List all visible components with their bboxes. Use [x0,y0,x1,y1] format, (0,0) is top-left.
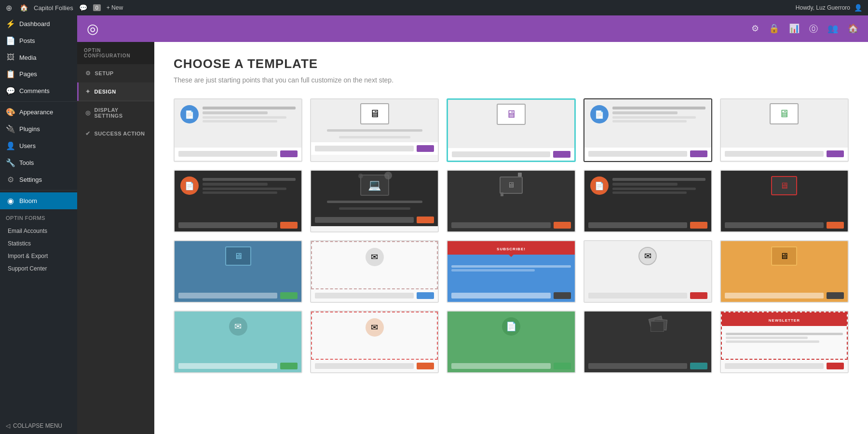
site-icon: 🏠 [20,4,28,12]
template-card-12[interactable]: ✉ [310,240,439,303]
design-nav-icon: ✦ [85,88,91,95]
plugin-nav-success-action[interactable]: ✔ SUCCESS ACTION [77,124,154,143]
success-action-nav-label: SUCCESS ACTION [95,131,145,136]
template-card-19[interactable] [583,311,712,373]
template-card-4[interactable]: 📄 [583,98,712,162]
sidebar-item-tools[interactable]: 🔧 Tools [0,154,77,171]
tcard-footer-15 [721,289,848,302]
tools-icon: 🔧 [6,158,15,167]
template-grid: 📄 [174,98,849,373]
plugin-nav-design[interactable]: ✦ DESIGN [77,82,154,101]
plugin-header: ◎ ⚙ 🔒 📊 ⓪ 👥 🏠 [77,15,868,42]
sidebar-label-appearance: Appearance [19,108,53,116]
cta-btn-5 [827,150,844,157]
appearance-icon: 🎨 [6,108,15,117]
sidebar-label-plugins: Plugins [19,125,40,133]
cta-btn-14 [690,292,707,299]
tcard-footer-11 [175,289,301,302]
cta-btn-9 [690,222,707,229]
bloom-email-accounts[interactable]: Email Accounts [0,225,77,237]
sidebar-item-media[interactable]: 🖼 Media [0,49,77,66]
sidebar-item-bloom[interactable]: ◉ Bloom [0,192,77,209]
template-card-15[interactable]: 🖥 [720,240,849,303]
user-avatar[interactable]: 👤 [854,4,862,12]
sidebar-label-tools: Tools [19,159,34,166]
plugins-icon: 🔌 [6,124,15,134]
template-card-10[interactable]: 🖥 [720,170,849,232]
template-card-11[interactable]: 🖥 [174,240,302,303]
header-home-icon[interactable]: 🏠 [848,23,858,35]
bloom-statistics[interactable]: Statistics [0,237,77,250]
sidebar-item-appearance[interactable]: 🎨 Appearance [0,104,77,121]
tcard-footer-12 [311,289,438,302]
sidebar-item-users[interactable]: 👤 Users [0,137,77,154]
template-card-5[interactable]: 🖥 [720,98,849,162]
users-icon: 👤 [6,141,15,150]
sidebar-label-settings: Settings [19,176,42,183]
sidebar-item-plugins[interactable]: 🔌 Plugins [0,121,77,137]
collapse-icon: ◁ [6,422,10,429]
tcard-footer-13 [448,289,574,302]
template-card-20[interactable]: NEWSLETTER [720,311,849,373]
header-lock-icon[interactable]: 🔒 [769,23,779,35]
cta-btn-1 [280,150,298,157]
template-card-16[interactable]: ✉ [174,311,302,373]
pages-icon: 📋 [6,69,15,79]
header-users-icon[interactable]: 👥 [827,23,838,35]
sidebar-item-posts[interactable]: 📄 Posts [0,32,77,49]
template-card-3[interactable]: 🖥 [447,98,575,162]
design-nav-label: DESIGN [95,89,116,95]
bloom-section: Optin Forms Email Accounts Statistics Im… [0,211,77,275]
settings-icon: ⚙ [6,175,15,184]
collapse-menu-button[interactable]: ◁ COLLAPSE MENU [0,418,77,434]
sidebar-item-dashboard[interactable]: ⚡ Dashboard [0,15,77,32]
page-subtitle: These are just starting points that you … [174,76,849,84]
header-settings-icon[interactable]: ⚙ [751,23,759,35]
cta-btn-16 [280,363,298,369]
sidebar-label-bloom: Bloom [19,197,37,204]
plugin-nav-display-settings[interactable]: ◎ DISPLAY SETTINGS [77,101,154,124]
tcard-footer-14 [584,289,711,302]
comment-icon[interactable]: 💬 [79,4,87,12]
sidebar-divider-2 [0,190,77,190]
template-card-2[interactable]: 🖥 [310,98,439,162]
template-card-18[interactable]: 📄 [447,311,575,373]
input-bar-8 [451,222,550,228]
template-card-9[interactable]: 📄 [583,170,712,232]
cta-btn-2 [417,145,434,152]
header-chart-icon[interactable]: 📊 [789,23,800,35]
template-card-7[interactable]: 💻 [310,170,439,232]
sidebar-item-settings[interactable]: ⚙ Settings [0,171,77,188]
wp-logo-icon[interactable]: ⊕ [6,3,12,13]
input-bar-14 [588,293,687,298]
bloom-support-center[interactable]: Support Center [0,262,77,275]
bloom-import-export[interactable]: Import & Export [0,250,77,262]
sidebar-item-comments[interactable]: 💬 Comments [0,82,77,99]
sidebar-label-pages: Pages [19,70,37,78]
template-card-17[interactable]: ✉ [310,311,439,373]
template-card-6[interactable]: 📄 [174,170,302,232]
content-area: ◎ ⚙ 🔒 📊 ⓪ 👥 🏠 OPTIN CONFIGURATION ⚙ SETU… [77,15,868,434]
admin-bar: ⊕ 🏠 Capitol Follies 💬 0 + New Howdy, Luz… [0,0,868,15]
tcard-footer-20 [721,360,848,372]
template-card-13[interactable]: SUBSCRIBE! [447,240,575,303]
sidebar-label-comments: Comments [19,87,50,95]
plugin-sidebar: OPTIN CONFIGURATION ⚙ SETUP ✦ DESIGN ◎ D… [77,42,154,434]
cta-btn-3 [553,151,570,158]
input-bar-11 [178,293,277,298]
display-settings-nav-label: DISPLAY SETTINGS [95,107,148,119]
tcard-footer-3 [448,148,574,161]
sidebar-label-users: Users [19,142,36,149]
page-title: CHOOSE A TEMPLATE [174,56,849,71]
template-card-8[interactable]: 🖥 [447,170,575,232]
site-name[interactable]: Capitol Follies [34,4,73,12]
template-card-1[interactable]: 📄 [174,98,302,162]
plugin-nav-setup[interactable]: ⚙ SETUP [77,64,154,82]
new-link[interactable]: + New [107,4,123,11]
cta-btn-4 [690,150,707,157]
sidebar-item-pages[interactable]: 📋 Pages [0,66,77,82]
header-person-icon[interactable]: ⓪ [809,23,818,35]
input-bar-7 [315,217,414,223]
input-bar-16 [178,363,277,369]
template-card-14[interactable]: ✉ [583,240,712,303]
